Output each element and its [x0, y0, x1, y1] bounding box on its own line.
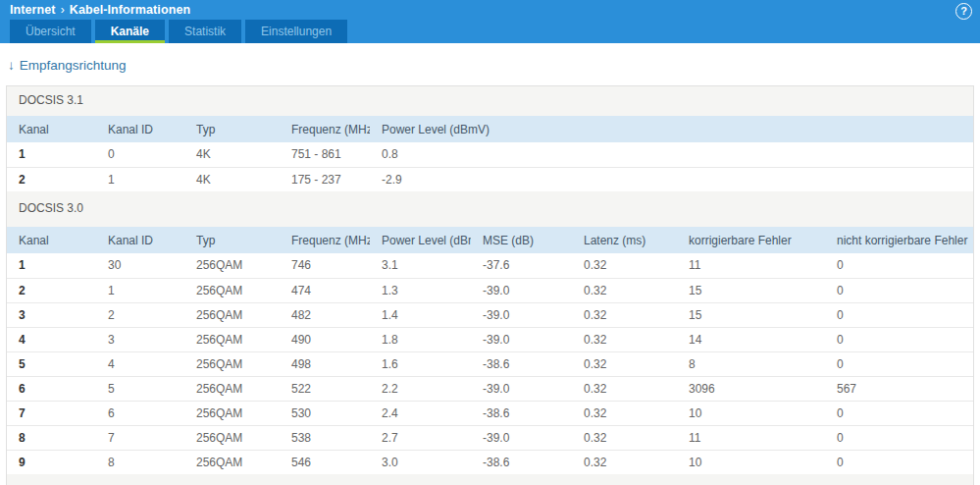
column-header: Frequenz (MHz): [280, 116, 370, 142]
tab-einstellungen[interactable]: Einstellungen: [245, 20, 347, 43]
breadcrumb-item-internet[interactable]: Internet: [10, 3, 56, 17]
table-cell: 256QAM: [184, 401, 280, 425]
table-cell: 7: [7, 401, 96, 425]
table-cell: 256QAM: [184, 302, 280, 327]
table-cell: 482: [280, 302, 370, 327]
table-cell: 0.8: [370, 142, 973, 167]
table-cell: 4K: [184, 167, 280, 191]
table-cell: 4: [7, 327, 96, 351]
table-cell: 175 - 237: [280, 167, 370, 191]
table-cell: 2.2: [370, 376, 471, 401]
table-row: 214K175 - 237-2.9: [7, 167, 973, 191]
docsis30-body: 130256QAM7463.1-37.60.3211021256QAM4741.…: [7, 253, 973, 474]
table-cell: -39.0: [471, 302, 572, 327]
table-cell: 474: [280, 278, 370, 302]
docsis30-section-title: DOCSIS 3.0: [7, 191, 973, 227]
column-header: Kanal ID: [96, 227, 184, 253]
table-cell: 15: [677, 302, 825, 327]
table-cell: 0.32: [572, 425, 677, 450]
column-header: korrigierbare Fehler: [677, 227, 825, 253]
column-header: Typ: [184, 227, 280, 253]
docsis30-table: KanalKanal IDTypFrequenz (MHz)Power Leve…: [7, 227, 973, 474]
tab-bar: Übersicht Kanäle Statistik Einstellungen: [0, 20, 980, 43]
tab-kanaele[interactable]: Kanäle: [95, 20, 165, 43]
table-cell: 256QAM: [184, 376, 280, 401]
table-cell: 256QAM: [184, 253, 280, 278]
table-cell: 256QAM: [184, 450, 280, 474]
table-cell: 538: [280, 425, 370, 450]
table-cell: 256QAM: [184, 278, 280, 302]
column-header: Frequenz (MHz): [280, 227, 370, 253]
table-cell: -39.0: [471, 327, 572, 351]
docsis31-body: 104K751 - 8610.8214K175 - 237-2.9: [7, 142, 973, 191]
table-row: 76256QAM5302.4-38.60.32100: [7, 401, 973, 425]
breadcrumb-row: Internet › Kabel-Informationen ?: [0, 0, 980, 20]
table-cell: 6: [7, 376, 96, 401]
table-cell: 0: [825, 253, 973, 278]
channels-panel: DOCSIS 3.1 KanalKanal IDTypFrequenz (MHz…: [6, 85, 974, 485]
table-cell: 2: [7, 278, 96, 302]
table-cell: 3: [96, 327, 184, 351]
table-cell: 9: [7, 450, 96, 474]
table-cell: 0: [825, 302, 973, 327]
column-header: Latenz (ms): [572, 227, 677, 253]
top-header: Internet › Kabel-Informationen ? Übersic…: [0, 0, 980, 43]
breadcrumb: Internet › Kabel-Informationen: [10, 3, 190, 17]
table-cell: 0.32: [572, 376, 677, 401]
table-cell: -39.0: [471, 376, 572, 401]
table-cell: 2: [96, 302, 184, 327]
table-cell: 256QAM: [184, 425, 280, 450]
table-cell: 3: [7, 302, 96, 327]
table-cell: 8: [677, 351, 825, 376]
column-header: Power Level (dBmV): [370, 116, 973, 142]
column-header: Kanal: [7, 116, 96, 142]
table-cell: 2.7: [370, 425, 471, 450]
help-icon[interactable]: ?: [955, 3, 972, 20]
docsis31-table: KanalKanal IDTypFrequenz (MHz)Power Leve…: [7, 116, 973, 191]
table-cell: 546: [280, 450, 370, 474]
table-cell: 3.0: [370, 450, 471, 474]
table-cell: 0.32: [572, 253, 677, 278]
table-row: 54256QAM4981.6-38.60.3280: [7, 351, 973, 376]
table-cell: 8: [7, 425, 96, 450]
table-row: 98256QAM5463.0-38.60.32100: [7, 450, 973, 474]
empfangsrichtung-heading[interactable]: ↓ Empfangsrichtung: [8, 57, 127, 74]
table-cell: 0: [96, 142, 184, 167]
table-cell: -38.6: [471, 401, 572, 425]
table-cell: 3.1: [370, 253, 471, 278]
table-cell: 256QAM: [184, 351, 280, 376]
table-cell: 0: [825, 327, 973, 351]
table-cell: 0.32: [572, 401, 677, 425]
table-cell: -39.0: [471, 425, 572, 450]
table-row: 104K751 - 8610.8: [7, 142, 973, 167]
table-cell: 2: [7, 167, 96, 191]
table-cell: 5: [96, 376, 184, 401]
table-cell: 746: [280, 253, 370, 278]
docsis31-section-title: DOCSIS 3.1: [7, 86, 973, 116]
column-header: Typ: [184, 116, 280, 142]
table-cell: 1: [7, 253, 96, 278]
table-cell: 11: [677, 425, 825, 450]
table-cell: -38.6: [471, 351, 572, 376]
table-cell: 0.32: [572, 278, 677, 302]
table-row: 43256QAM4901.8-39.00.32140: [7, 327, 973, 351]
table-cell: 8: [96, 450, 184, 474]
table-cell: 1.6: [370, 351, 471, 376]
table-cell: 0: [825, 401, 973, 425]
table-row: 87256QAM5382.7-39.00.32110: [7, 425, 973, 450]
table-cell: 6: [96, 401, 184, 425]
table-cell: -38.6: [471, 450, 572, 474]
tab-statistik[interactable]: Statistik: [169, 20, 241, 43]
table-row: 130256QAM7463.1-37.60.32110: [7, 253, 973, 278]
table-cell: -2.9: [370, 167, 973, 191]
tab-uebersicht[interactable]: Übersicht: [10, 20, 91, 43]
table-cell: 0: [825, 278, 973, 302]
table-cell: 522: [280, 376, 370, 401]
table-cell: 1.8: [370, 327, 471, 351]
down-arrow-icon: ↓: [8, 57, 15, 74]
table-row: 65256QAM5222.2-39.00.323096567: [7, 376, 973, 401]
column-header: Kanal ID: [96, 116, 184, 142]
table-cell: 1: [96, 278, 184, 302]
table-cell: 10: [677, 401, 825, 425]
column-header: nicht korrigierbare Fehler: [825, 227, 973, 253]
